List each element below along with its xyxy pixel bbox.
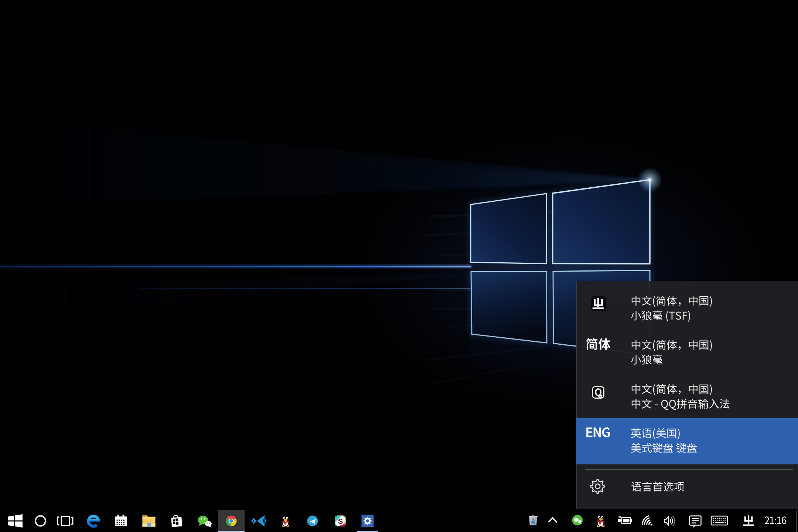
svg-text:S: S [338,517,343,525]
